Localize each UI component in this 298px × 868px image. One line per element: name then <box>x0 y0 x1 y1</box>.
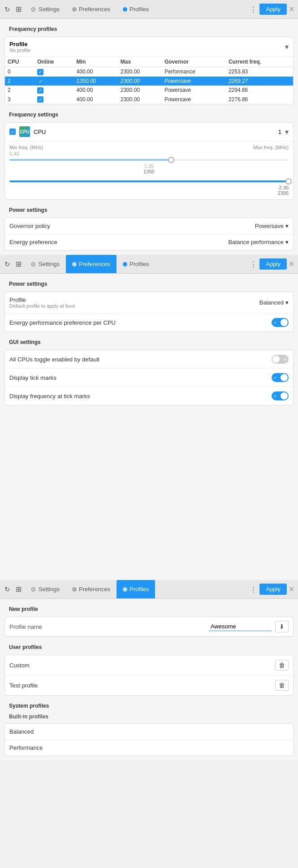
table-row[interactable]: 1 ✓ 1350.00 2300.00 Powersave 2269.27 <box>5 77 293 86</box>
apply-button-2[interactable]: Apply <box>259 258 287 270</box>
max-val-display: 2.30 <box>9 185 289 190</box>
min-freq-slider[interactable]: 1.35 1350 <box>9 159 289 174</box>
cpu-freq-table: CPU Online Min Max Governor Current freq… <box>5 57 293 104</box>
power-settings-2-box: Profile Default profile to apply at boot… <box>4 292 294 332</box>
builtin-profile-item: Performance <box>5 740 293 756</box>
tab-bar-2: ↻ ⊞ ⚙ Settings Preferences Profiles ⋮ Ap… <box>0 255 298 274</box>
cpu-governor: Performance <box>162 67 226 77</box>
profiles-dot-icon-2 <box>123 262 127 266</box>
cpu-id: 1 <box>5 77 35 86</box>
profile-dropdown-sub: No profile <box>9 47 30 53</box>
all-cpus-row: All CPUs toggle enabled by default ✕ <box>5 350 293 369</box>
tab-preferences-2[interactable]: Preferences <box>66 255 117 273</box>
cpu-online: ✓ <box>35 86 73 95</box>
cpu-checkbox[interactable]: ✓ <box>9 129 16 135</box>
min-thumb[interactable] <box>168 157 174 163</box>
tick-freq-toggle[interactable]: ✓ <box>272 391 289 400</box>
boot-profile-arrow: ▾ <box>285 299 289 306</box>
energy-per-cpu-toggle[interactable]: ✓ <box>272 318 289 327</box>
settings-gear-icon: ⚙ <box>30 6 36 13</box>
cpu-dropdown-arrow[interactable]: ▾ <box>285 128 289 136</box>
grid-icon: ⊞ <box>13 5 24 13</box>
freq-profiles-section: Frequency profiles Profile No profile ▾ … <box>0 19 298 104</box>
boot-profile-value-row[interactable]: Balanced ▾ <box>259 299 289 306</box>
min-freq-label: Min freq. (MHz) <box>9 145 43 150</box>
mid-label-display: 1350 <box>9 169 289 174</box>
freq-settings-box: ✓ CPU CPU 1 ▾ Min freq. (MHz) Max freq. … <box>4 122 294 200</box>
min-val-label: 0.40 <box>9 151 19 156</box>
builtin-profiles-title: Built-in profiles <box>4 711 294 722</box>
tick-knob <box>281 374 288 381</box>
tab-profiles-2[interactable]: Profiles <box>117 255 155 273</box>
toggle-check-icon: ✓ <box>273 320 277 325</box>
online-checkbox[interactable]: ✓ <box>37 69 43 75</box>
max-label-display: 2300 <box>9 190 289 196</box>
all-cpus-toggle[interactable]: ✕ <box>272 355 289 364</box>
online-checkbox[interactable]: ✓ <box>37 96 43 103</box>
toggle-x-icon: ✕ <box>283 357 287 362</box>
close-button-3[interactable]: ✕ <box>287 585 296 593</box>
tick-marks-label: Display tick marks <box>9 374 56 381</box>
profile-name-row: Profile name ⬇ <box>5 617 293 636</box>
more-menu-button-3[interactable]: ⋮ <box>247 585 259 593</box>
power-settings-1-box: Governor policy Powersave ▾ Energy prefe… <box>4 218 294 250</box>
mid-val-display: 1.35 <box>9 163 289 169</box>
max-track <box>9 180 289 182</box>
settings-gear-icon-2: ⚙ <box>30 261 36 268</box>
tick-freq-check-icon: ✓ <box>273 394 277 399</box>
system-profiles-title: System profiles <box>4 699 294 711</box>
cpu-min: 400.00 <box>74 86 118 95</box>
refresh-button[interactable]: ↻ <box>2 5 13 13</box>
freq-axis-labels: Min freq. (MHz) Max freq. (MHz) <box>9 145 289 150</box>
cpu-freq: 2294.66 <box>226 86 293 95</box>
table-row[interactable]: 2 ✓ 400.00 2300.00 Powersave 2294.66 <box>5 86 293 95</box>
cpu-freq: 2269.27 <box>226 77 293 86</box>
more-menu-button[interactable]: ⋮ <box>247 5 259 13</box>
max-thumb[interactable] <box>285 178 292 185</box>
tab-preferences-3[interactable]: Preferences <box>66 580 117 598</box>
tab-preferences-1[interactable]: Preferences <box>66 0 117 18</box>
apply-button-3[interactable]: Apply <box>259 584 287 595</box>
tab-settings-2[interactable]: ⚙ Settings <box>24 255 66 273</box>
table-row[interactable]: 3 ✓ 400.00 2300.00 Powersave 2276.86 <box>5 95 293 104</box>
max-freq-slider[interactable]: 2.30 2300 <box>9 180 289 196</box>
boot-profile-row: Profile Default profile to apply at boot… <box>5 292 293 314</box>
cpu-min: 400.00 <box>74 67 118 77</box>
max-fill <box>9 180 289 182</box>
tick-freq-label: Display frequency at tick marks <box>9 393 90 400</box>
cpu-id: 0 <box>5 67 35 77</box>
governor-value-row[interactable]: Powersave ▾ <box>255 223 289 229</box>
close-button-2[interactable]: ✕ <box>287 260 296 268</box>
governor-dropdown-arrow: ▾ <box>285 223 289 229</box>
user-profiles-box: Custom 🗑 Test profile 🗑 <box>4 655 294 696</box>
power-settings-1-title: Power settings <box>4 203 294 215</box>
tick-marks-toggle[interactable]: ✓ <box>272 373 289 382</box>
profile-name-input[interactable] <box>209 622 272 631</box>
cpu-governor: Powersave <box>162 77 226 86</box>
col-min: Min <box>74 57 118 67</box>
online-checkbox[interactable]: ✓ <box>37 78 43 84</box>
dropdown-arrow-icon: ▾ <box>285 43 289 51</box>
table-row[interactable]: 0 ✓ 400.00 2300.00 Performance 2253.83 <box>5 67 293 77</box>
tab-settings-3[interactable]: ⚙ Settings <box>24 580 66 598</box>
online-checkbox[interactable]: ✓ <box>37 87 43 94</box>
tick-marks-row: Display tick marks ✓ <box>5 369 293 387</box>
delete-profile-button[interactable]: 🗑 <box>275 660 289 670</box>
profiles-dot-icon-3 <box>123 587 127 592</box>
tab-profiles-1[interactable]: Profiles <box>117 0 155 18</box>
energy-pref-value-row[interactable]: Balance performance ▾ <box>228 239 289 245</box>
close-button-1[interactable]: ✕ <box>287 5 296 13</box>
refresh-button-3[interactable]: ↻ <box>2 585 13 593</box>
energy-pref-row: Energy preference Balance performance ▾ <box>5 234 293 250</box>
save-profile-button[interactable]: ⬇ <box>275 621 289 632</box>
cpu-max: 2300.00 <box>118 77 162 86</box>
refresh-button-2[interactable]: ↻ <box>2 260 13 268</box>
profile-dropdown[interactable]: Profile No profile ▾ <box>5 37 293 57</box>
apply-button-1[interactable]: Apply <box>259 4 287 15</box>
tab-settings-1[interactable]: ⚙ Settings <box>24 0 66 18</box>
tab-profiles-3[interactable]: Profiles <box>117 580 155 598</box>
user-profiles-title: User profiles <box>4 640 294 652</box>
freq-settings-section: Frequency settings ✓ CPU CPU 1 ▾ Min fre… <box>0 104 298 200</box>
delete-profile-button[interactable]: 🗑 <box>275 680 289 691</box>
more-menu-button-2[interactable]: ⋮ <box>247 260 259 268</box>
